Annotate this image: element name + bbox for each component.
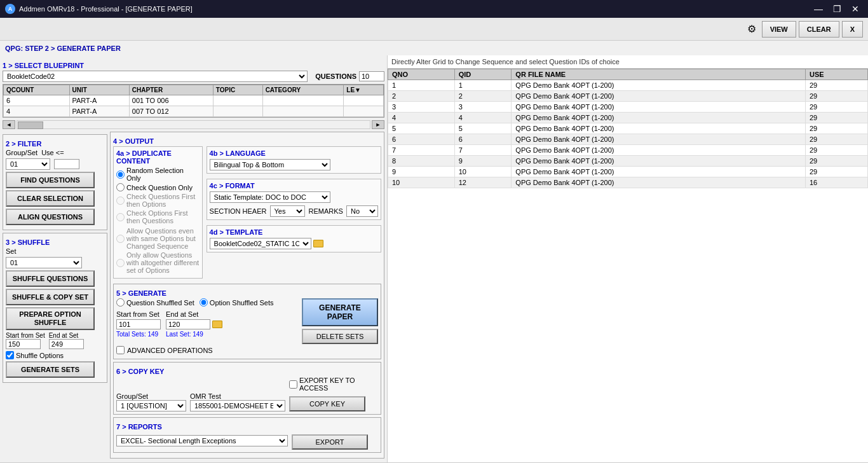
export-key-label: EXPORT KEY TO ACCESS — [299, 377, 378, 392]
generate-radio-row: Question Shuffled Set Option Shuffled Se… — [116, 298, 297, 308]
top-toolbar: ⚙ VIEW CLEAR X — [0, 18, 868, 41]
shuffle-start-input[interactable] — [6, 339, 41, 349]
table-row[interactable]: 44QPG Demo Bank 4OPT (1-200)29 — [388, 113, 868, 123]
filter-section: 2 > FILTER Group/Set Use <= 01 FIND QUES… — [3, 134, 107, 230]
shuffle-options-checkbox[interactable] — [6, 351, 14, 359]
copy-key-group-col: Group/Set 1 [QUESTION] — [116, 392, 186, 411]
table-row[interactable]: 33QPG Demo Bank 4OPT (1-200)29 — [388, 102, 868, 113]
table-row[interactable]: 1012QPG Demo Bank 4OPT (1-200)16 — [388, 177, 868, 188]
remarks-col: REMARKS No Yes — [309, 205, 378, 217]
language-select[interactable]: Bilingual Top & Bottom English Only Bili… — [210, 159, 330, 170]
gen-end-input[interactable] — [166, 319, 210, 329]
table-row[interactable]: 22QPG Demo Bank 4OPT (1-200)29 — [388, 91, 868, 102]
close-window-button[interactable]: ✕ — [848, 3, 863, 15]
radio-option-shuffled-input[interactable] — [200, 298, 208, 307]
filter-group-select[interactable]: 01 — [6, 158, 50, 170]
copy-key-omr-label: OMR Test — [190, 392, 285, 400]
radio-question-shuffled-label: Question Shuffled Set — [126, 299, 194, 307]
table-row[interactable]: 89QPG Demo Bank 4OPT (1-200)29 — [388, 156, 868, 167]
gen-end-col: End at Set Last Set: 149 — [166, 310, 222, 338]
app-title: Addmen OMRv18 - Professional - [GENERATE… — [19, 5, 193, 13]
format-select[interactable]: Static Template: DOC to DOC Dynamic Temp… — [210, 191, 330, 203]
export-key-checkbox[interactable] — [289, 380, 297, 389]
blueprint-table-wrap: QCOUNT UNIT CHAPTER TOPIC CATEGORY LE▼ 6… — [3, 84, 384, 118]
generate-sets-button[interactable]: GENERATE SETS — [6, 361, 95, 378]
radio-check-of-input[interactable] — [116, 213, 125, 221]
table-row[interactable]: 77QPG Demo Bank 4OPT (1-200)29 — [388, 145, 868, 156]
col-chapter: CHAPTER — [129, 85, 213, 95]
blueprint-table: QCOUNT UNIT CHAPTER TOPIC CATEGORY LE▼ 6… — [3, 85, 384, 117]
blueprint-select[interactable]: BookletCode02 — [3, 71, 308, 82]
remarks-select[interactable]: No Yes — [346, 205, 378, 217]
reports-row: EXCEL- Sectional Length Exceptions EXPOR… — [116, 432, 378, 450]
table-row[interactable]: 55QPG Demo Bank 4OPT (1-200)29 — [388, 123, 868, 134]
radio-allow-same-label: Allow Questions even with same Options b… — [126, 227, 200, 250]
copy-key-omr-select[interactable]: 1855001-DEMOSHEET BAI — [190, 400, 285, 411]
radio-random-input[interactable] — [116, 170, 125, 179]
clear-button[interactable]: CLEAR — [799, 21, 839, 38]
template-subsection: 4d > TEMPLATE BookletCode02_STATIC 1COL — [207, 225, 381, 252]
clear-selection-button[interactable]: CLEAR SELECTION — [6, 190, 95, 207]
right-column: 4 > OUTPUT 4a > DUPLICATE CONTENT Random… — [110, 132, 384, 459]
scroll-left-btn[interactable]: ◄ — [3, 120, 15, 129]
radio-allow-same: Allow Questions even with same Options b… — [116, 227, 200, 250]
table-row[interactable]: 11QPG Demo Bank 4OPT (1-200)29 — [388, 80, 868, 91]
radio-check-q-input[interactable] — [116, 183, 125, 191]
left-panel: 1 > SELECT BLUEPRINT BookletCode02 QUEST… — [0, 55, 388, 462]
toolbar-right: ⚙ VIEW CLEAR X — [744, 21, 863, 38]
shuffle-copy-set-button[interactable]: SHUFFLE & COPY SET — [6, 289, 95, 305]
export-button[interactable]: EXPORT — [292, 434, 368, 450]
left-column: 2 > FILTER Group/Set Use <= 01 FIND QUES… — [3, 132, 107, 459]
filter-use-input[interactable] — [54, 159, 79, 169]
shuffle-questions-button[interactable]: SHUFFLE QUESTIONS — [6, 270, 95, 287]
find-questions-button[interactable]: FIND QUESTIONS — [6, 172, 95, 188]
col-unit: UNIT — [69, 85, 129, 95]
blueprint-label: 1 > SELECT BLUEPRINT — [3, 62, 384, 69]
generate-paper-button[interactable]: GENERATE PAPER — [302, 298, 378, 326]
language-subsection: 4b > LANGUAGE Bilingual Top & Bottom Eng… — [207, 146, 381, 174]
maximize-button[interactable]: ❐ — [829, 3, 845, 15]
table-row[interactable]: 910QPG Demo Bank 4OPT (1-200)29 — [388, 167, 868, 177]
section-header-select[interactable]: Yes No — [270, 205, 305, 217]
delete-sets-button[interactable]: DELETE SETS — [302, 329, 378, 344]
table-row[interactable]: 66QPG Demo Bank 4OPT (1-200)29 — [388, 134, 868, 145]
generate-main-row: Question Shuffled Set Option Shuffled Se… — [116, 298, 378, 344]
gen-folder-icon[interactable] — [212, 321, 222, 328]
radio-check-q: Check Question Only — [116, 183, 200, 191]
advanced-ops-row: ADVANCED OPERATIONS — [116, 346, 378, 354]
table-row[interactable]: 6PART-A001 TO 006 — [4, 95, 384, 106]
shuffle-end-input[interactable] — [49, 339, 84, 349]
scroll-thumb[interactable] — [18, 121, 43, 129]
copy-key-button[interactable]: COPY KEY — [289, 396, 365, 411]
template-folder-icon[interactable] — [313, 240, 323, 247]
radio-check-qf-input[interactable] — [116, 197, 125, 205]
copy-key-group-select[interactable]: 1 [QUESTION] — [116, 400, 186, 411]
radio-different-input[interactable] — [116, 259, 125, 267]
shuffle-options-row: Shuffle Options — [6, 351, 104, 359]
radio-question-shuffled-input[interactable] — [116, 298, 125, 307]
table-row[interactable]: 4PART-A007 TO 012 — [4, 106, 384, 117]
template-select[interactable]: BookletCode02_STATIC 1COL — [210, 238, 311, 249]
total-sets-label: Total Sets: 149 — [116, 331, 161, 338]
reports-select[interactable]: EXCEL- Sectional Length Exceptions — [116, 435, 288, 446]
radio-allow-same-input[interactable] — [116, 235, 125, 243]
close-button[interactable]: X — [842, 21, 863, 38]
lang-format-col: 4b > LANGUAGE Bilingual Top & Bottom Eng… — [207, 146, 381, 281]
prepare-option-shuffle-button[interactable]: PREPARE OPTION SHUFFLE — [6, 307, 95, 330]
export-key-row: EXPORT KEY TO ACCESS — [289, 377, 378, 392]
questions-input[interactable]: 10 — [359, 71, 384, 81]
shuffle-set-select[interactable]: 01 — [6, 257, 82, 268]
settings-icon[interactable]: ⚙ — [744, 22, 759, 37]
view-button[interactable]: VIEW — [762, 21, 796, 38]
right-panel-header: Directly Alter Grid to Change Sequence a… — [388, 55, 868, 69]
right-panel: Directly Alter Grid to Change Sequence a… — [388, 55, 868, 462]
radio-different-label: Only allow Questions with altogether dif… — [126, 251, 200, 274]
minimize-button[interactable]: — — [810, 3, 827, 15]
scroll-right-btn[interactable]: ► — [372, 120, 384, 129]
advanced-ops-checkbox[interactable] — [116, 346, 125, 354]
gen-start-input[interactable] — [116, 319, 161, 329]
step-header: QPG: STEP 2 > GENERATE PAPER — [0, 41, 868, 55]
align-questions-button[interactable]: ALIGN QUESTIONS — [6, 209, 95, 225]
shuffle-set-label: Set — [6, 247, 17, 255]
scroll-track — [17, 120, 370, 129]
